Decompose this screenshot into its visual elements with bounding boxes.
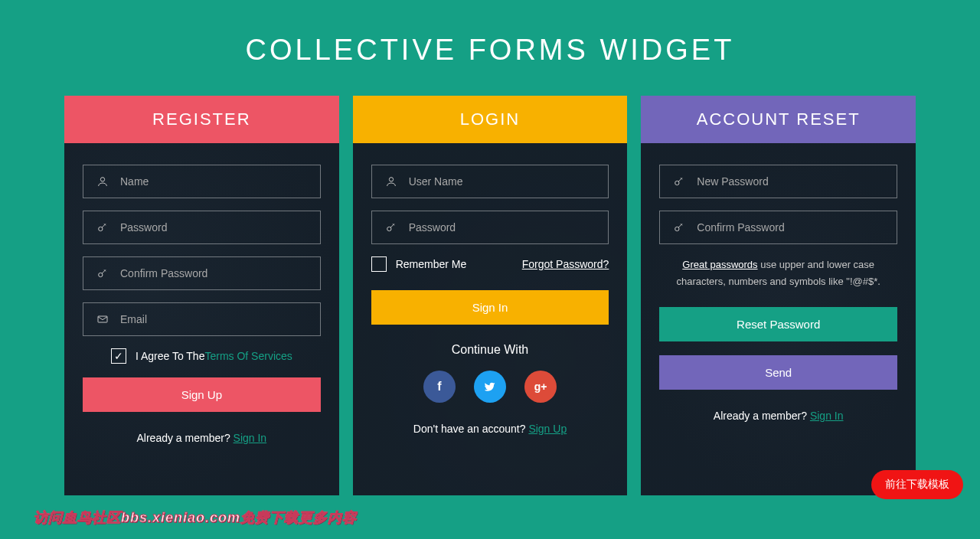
signup-button[interactable]: Sign Up	[83, 377, 321, 412]
password-field	[83, 211, 321, 244]
send-button[interactable]: Send	[659, 355, 897, 390]
register-card: REGISTER I Agree To The Terms Of S	[64, 96, 339, 495]
reset-card: ACCOUNT RESET Great passwords use upper …	[641, 96, 916, 495]
svg-point-5	[387, 227, 390, 230]
reset-header: ACCOUNT RESET	[641, 96, 916, 143]
twitter-icon[interactable]	[474, 371, 506, 403]
new-password-field	[659, 165, 897, 198]
key-icon	[671, 221, 688, 234]
reset-password-button[interactable]: Reset Password	[659, 307, 897, 341]
download-template-button[interactable]: 前往下载模板	[871, 470, 963, 499]
reset-footer-text: Already a member?	[714, 410, 810, 422]
forgot-password-link[interactable]: Forgot Password?	[522, 258, 609, 270]
password-input[interactable]	[120, 221, 309, 234]
reset-signin-link[interactable]: Sign In	[810, 410, 844, 422]
key-icon	[94, 221, 111, 234]
continue-with-label: Continue With	[371, 343, 609, 357]
key-icon	[94, 267, 111, 279]
user-icon	[383, 175, 400, 188]
login-footer: Don't have an account? Sign Up	[371, 423, 609, 435]
watermark-text: 访问血鸟社区bbs.xieniao.com免费下载更多内容	[34, 508, 357, 527]
key-icon	[671, 175, 688, 188]
register-body: I Agree To The Terms Of Services Sign Up…	[64, 143, 339, 495]
login-password-input[interactable]	[409, 221, 598, 234]
new-password-input[interactable]	[697, 175, 886, 188]
password-hint: Great passwords use upper and lower case…	[659, 256, 897, 290]
svg-point-1	[99, 227, 103, 230]
terms-prefix: I Agree To The	[136, 350, 205, 362]
facebook-icon[interactable]: f	[423, 371, 456, 403]
login-options-row: Remember Me Forgot Password?	[371, 256, 609, 272]
svg-point-0	[100, 178, 104, 181]
name-field	[83, 165, 321, 198]
svg-rect-3	[98, 316, 107, 322]
confirm-password-field	[83, 256, 321, 290]
social-row: f g+	[371, 371, 609, 403]
svg-point-7	[675, 227, 679, 230]
login-footer-text: Don't have an account?	[413, 423, 529, 435]
register-header: REGISTER	[64, 96, 339, 143]
signup-link[interactable]: Sign Up	[528, 423, 567, 435]
register-footer-text: Already a member?	[137, 432, 234, 444]
page-title: COLLECTIVE FORMS WIDGET	[0, 0, 980, 96]
hint-bold: Great passwords	[682, 259, 757, 270]
reset-body: Great passwords use upper and lower case…	[641, 143, 916, 495]
svg-point-4	[389, 178, 393, 181]
signin-button[interactable]: Sign In	[371, 290, 609, 325]
terms-row: I Agree To The Terms Of Services	[83, 348, 321, 364]
login-password-field	[371, 211, 609, 244]
svg-point-6	[675, 181, 679, 185]
register-footer: Already a member? Sign In	[83, 432, 321, 444]
login-header: LOGIN	[353, 96, 628, 143]
login-body: Remember Me Forgot Password? Sign In Con…	[353, 143, 628, 495]
terms-checkbox[interactable]	[111, 348, 126, 364]
name-input[interactable]	[120, 175, 309, 188]
envelope-icon	[94, 313, 111, 325]
remember-checkbox[interactable]	[371, 256, 387, 272]
reset-confirm-field	[659, 211, 897, 244]
remember-label: Remember Me	[396, 258, 467, 270]
username-field	[371, 165, 609, 198]
username-input[interactable]	[409, 175, 598, 188]
reset-footer: Already a member? Sign In	[659, 410, 897, 422]
login-card: LOGIN Remember Me Forgot Password? Sign …	[353, 96, 628, 495]
google-plus-icon[interactable]: g+	[524, 371, 557, 403]
confirm-password-input[interactable]	[120, 267, 309, 279]
cards-container: REGISTER I Agree To The Terms Of S	[0, 96, 980, 495]
email-input[interactable]	[120, 313, 309, 325]
user-icon	[94, 175, 111, 188]
remember-wrap: Remember Me	[371, 256, 467, 272]
terms-link[interactable]: Terms Of Services	[204, 350, 292, 362]
signin-link[interactable]: Sign In	[234, 432, 267, 444]
key-icon	[383, 221, 400, 234]
svg-point-2	[99, 273, 103, 276]
reset-confirm-input[interactable]	[697, 221, 886, 234]
email-field	[83, 302, 321, 336]
